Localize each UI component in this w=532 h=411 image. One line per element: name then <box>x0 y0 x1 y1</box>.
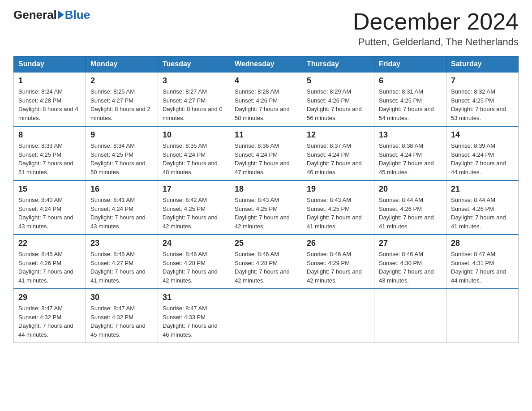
day-info: Sunrise: 8:46 AMSunset: 4:30 PMDaylight:… <box>379 250 442 285</box>
calendar-cell: 21Sunrise: 8:44 AMSunset: 4:26 PMDayligh… <box>446 180 519 235</box>
weekday-header-tuesday: Tuesday <box>158 56 230 73</box>
weekday-header-row: SundayMondayTuesdayWednesdayThursdayFrid… <box>14 56 519 73</box>
day-info: Sunrise: 8:44 AMSunset: 4:26 PMDaylight:… <box>451 196 514 231</box>
day-info: Sunrise: 8:39 AMSunset: 4:24 PMDaylight:… <box>451 141 514 176</box>
day-info: Sunrise: 8:27 AMSunset: 4:27 PMDaylight:… <box>163 87 225 122</box>
calendar-cell: 23Sunrise: 8:45 AMSunset: 4:27 PMDayligh… <box>86 235 158 289</box>
calendar-cell: 13Sunrise: 8:38 AMSunset: 4:24 PMDayligh… <box>374 126 446 180</box>
calendar-cell: 1Sunrise: 8:24 AMSunset: 4:28 PMDaylight… <box>14 72 86 126</box>
day-info: Sunrise: 8:47 AMSunset: 4:32 PMDaylight:… <box>18 304 81 339</box>
calendar-cell <box>230 289 302 343</box>
logo-blue-text: Blue <box>65 9 90 21</box>
calendar-cell: 4Sunrise: 8:28 AMSunset: 4:26 PMDaylight… <box>230 72 302 126</box>
calendar-cell: 17Sunrise: 8:42 AMSunset: 4:25 PMDayligh… <box>158 180 230 235</box>
day-number: 14 <box>451 130 514 140</box>
day-number: 19 <box>307 184 369 194</box>
weekday-header-monday: Monday <box>86 56 158 73</box>
calendar-table: SundayMondayTuesdayWednesdayThursdayFrid… <box>13 56 519 343</box>
calendar-cell: 3Sunrise: 8:27 AMSunset: 4:27 PMDaylight… <box>158 72 230 126</box>
day-number: 6 <box>379 76 442 86</box>
day-info: Sunrise: 8:45 AMSunset: 4:26 PMDaylight:… <box>18 250 81 285</box>
day-number: 12 <box>307 130 369 140</box>
calendar-cell: 24Sunrise: 8:46 AMSunset: 4:28 PMDayligh… <box>158 235 230 289</box>
day-info: Sunrise: 8:46 AMSunset: 4:28 PMDaylight:… <box>235 250 297 285</box>
calendar-cell: 16Sunrise: 8:41 AMSunset: 4:24 PMDayligh… <box>86 180 158 235</box>
day-number: 4 <box>235 76 297 86</box>
day-info: Sunrise: 8:37 AMSunset: 4:24 PMDaylight:… <box>307 141 369 176</box>
calendar-cell: 26Sunrise: 8:46 AMSunset: 4:29 PMDayligh… <box>302 235 374 289</box>
day-info: Sunrise: 8:47 AMSunset: 4:31 PMDaylight:… <box>451 250 514 285</box>
day-number: 27 <box>379 239 442 248</box>
calendar-cell: 27Sunrise: 8:46 AMSunset: 4:30 PMDayligh… <box>374 235 446 289</box>
day-info: Sunrise: 8:46 AMSunset: 4:29 PMDaylight:… <box>307 250 369 285</box>
day-number: 23 <box>90 239 153 248</box>
calendar-cell: 7Sunrise: 8:32 AMSunset: 4:25 PMDaylight… <box>446 72 519 126</box>
day-info: Sunrise: 8:40 AMSunset: 4:24 PMDaylight:… <box>18 196 81 231</box>
calendar-cell <box>446 289 519 343</box>
calendar-cell: 15Sunrise: 8:40 AMSunset: 4:24 PMDayligh… <box>14 180 86 235</box>
day-number: 25 <box>235 239 297 248</box>
calendar-cell: 20Sunrise: 8:44 AMSunset: 4:26 PMDayligh… <box>374 180 446 235</box>
title-area: December 2024 Putten, Gelderland, The Ne… <box>353 9 519 48</box>
day-info: Sunrise: 8:24 AMSunset: 4:28 PMDaylight:… <box>18 87 81 122</box>
day-number: 3 <box>163 76 225 86</box>
calendar-cell: 30Sunrise: 8:47 AMSunset: 4:32 PMDayligh… <box>86 289 158 343</box>
day-info: Sunrise: 8:46 AMSunset: 4:28 PMDaylight:… <box>163 250 225 285</box>
week-row-1: 1Sunrise: 8:24 AMSunset: 4:28 PMDaylight… <box>14 72 519 126</box>
weekday-header-wednesday: Wednesday <box>230 56 302 73</box>
calendar-cell: 29Sunrise: 8:47 AMSunset: 4:32 PMDayligh… <box>14 289 86 343</box>
day-info: Sunrise: 8:35 AMSunset: 4:24 PMDaylight:… <box>163 141 225 176</box>
calendar-cell: 2Sunrise: 8:25 AMSunset: 4:27 PMDaylight… <box>86 72 158 126</box>
calendar-cell: 25Sunrise: 8:46 AMSunset: 4:28 PMDayligh… <box>230 235 302 289</box>
day-info: Sunrise: 8:42 AMSunset: 4:25 PMDaylight:… <box>163 196 225 231</box>
day-number: 26 <box>307 239 369 248</box>
weekday-header-thursday: Thursday <box>302 56 374 73</box>
day-number: 28 <box>451 239 514 248</box>
day-info: Sunrise: 8:28 AMSunset: 4:26 PMDaylight:… <box>235 87 297 122</box>
logo-general-text: General <box>13 9 57 21</box>
calendar-cell: 8Sunrise: 8:33 AMSunset: 4:25 PMDaylight… <box>14 126 86 180</box>
day-number: 13 <box>379 130 442 140</box>
day-info: Sunrise: 8:34 AMSunset: 4:25 PMDaylight:… <box>90 141 153 176</box>
week-row-4: 22Sunrise: 8:45 AMSunset: 4:26 PMDayligh… <box>14 235 519 289</box>
calendar-cell <box>302 289 374 343</box>
day-info: Sunrise: 8:33 AMSunset: 4:25 PMDaylight:… <box>18 141 81 176</box>
day-number: 10 <box>163 130 225 140</box>
calendar-cell <box>374 289 446 343</box>
day-info: Sunrise: 8:25 AMSunset: 4:27 PMDaylight:… <box>90 87 153 122</box>
weekday-header-saturday: Saturday <box>446 56 519 73</box>
calendar-cell: 19Sunrise: 8:43 AMSunset: 4:25 PMDayligh… <box>302 180 374 235</box>
day-info: Sunrise: 8:47 AMSunset: 4:32 PMDaylight:… <box>90 304 153 339</box>
day-number: 11 <box>235 130 297 140</box>
day-info: Sunrise: 8:43 AMSunset: 4:25 PMDaylight:… <box>307 196 369 231</box>
day-info: Sunrise: 8:29 AMSunset: 4:26 PMDaylight:… <box>307 87 369 122</box>
day-number: 20 <box>379 184 442 194</box>
day-number: 24 <box>163 239 225 248</box>
calendar-cell: 9Sunrise: 8:34 AMSunset: 4:25 PMDaylight… <box>86 126 158 180</box>
week-row-2: 8Sunrise: 8:33 AMSunset: 4:25 PMDaylight… <box>14 126 519 180</box>
day-info: Sunrise: 8:31 AMSunset: 4:25 PMDaylight:… <box>379 87 442 122</box>
day-number: 29 <box>18 293 81 302</box>
day-number: 2 <box>90 76 153 86</box>
day-number: 21 <box>451 184 514 194</box>
calendar-cell: 28Sunrise: 8:47 AMSunset: 4:31 PMDayligh… <box>446 235 519 289</box>
day-info: Sunrise: 8:41 AMSunset: 4:24 PMDaylight:… <box>90 196 153 231</box>
calendar-cell: 12Sunrise: 8:37 AMSunset: 4:24 PMDayligh… <box>302 126 374 180</box>
day-number: 16 <box>90 184 153 194</box>
calendar-cell: 14Sunrise: 8:39 AMSunset: 4:24 PMDayligh… <box>446 126 519 180</box>
day-number: 7 <box>451 76 514 86</box>
calendar-cell: 11Sunrise: 8:36 AMSunset: 4:24 PMDayligh… <box>230 126 302 180</box>
day-number: 17 <box>163 184 225 194</box>
week-row-3: 15Sunrise: 8:40 AMSunset: 4:24 PMDayligh… <box>14 180 519 235</box>
day-info: Sunrise: 8:38 AMSunset: 4:24 PMDaylight:… <box>379 141 442 176</box>
week-row-5: 29Sunrise: 8:47 AMSunset: 4:32 PMDayligh… <box>14 289 519 343</box>
calendar-cell: 6Sunrise: 8:31 AMSunset: 4:25 PMDaylight… <box>374 72 446 126</box>
day-number: 8 <box>18 130 81 140</box>
calendar-cell: 18Sunrise: 8:43 AMSunset: 4:25 PMDayligh… <box>230 180 302 235</box>
location-title: Putten, Gelderland, The Netherlands <box>353 36 519 48</box>
header: General Blue December 2024 Putten, Gelde… <box>13 9 519 48</box>
day-number: 30 <box>90 293 153 302</box>
day-number: 9 <box>90 130 153 140</box>
weekday-header-friday: Friday <box>374 56 446 73</box>
day-number: 31 <box>163 293 225 302</box>
